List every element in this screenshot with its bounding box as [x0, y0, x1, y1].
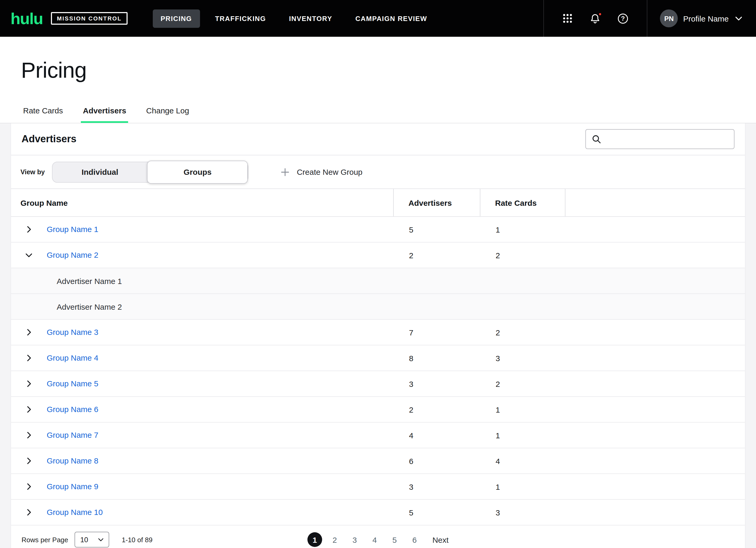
table-row: Group Name 1 5 1: [11, 217, 745, 243]
notifications-bell-icon[interactable]: [589, 12, 601, 24]
expand-chevron-icon[interactable]: [24, 430, 34, 440]
profile-menu[interactable]: PN Profile Name: [647, 0, 756, 37]
group-name-link[interactable]: Group Name 6: [47, 405, 98, 414]
nav-item-pricing[interactable]: PRICING: [153, 9, 200, 28]
tab-change-log[interactable]: Change Log: [144, 103, 191, 123]
page-header: Pricing Rate CardsAdvertisersChange Log: [0, 37, 756, 123]
rate-cards-count: 1: [480, 225, 565, 234]
expand-chevron-icon[interactable]: [24, 379, 34, 388]
expand-chevron-icon[interactable]: [24, 225, 34, 234]
group-name-link[interactable]: Group Name 3: [47, 328, 98, 336]
search-icon: [591, 134, 602, 144]
page-button-2[interactable]: 2: [327, 532, 342, 547]
rate-cards-count: 1: [480, 405, 565, 414]
advertisers-count: 7: [393, 328, 480, 337]
chevron-down-icon: [734, 14, 743, 23]
expand-chevron-icon[interactable]: [24, 482, 34, 491]
advertiser-row: Advertiser Name 1: [11, 268, 745, 294]
column-rate-cards: Rate Cards: [480, 189, 565, 216]
view-toggle-individual[interactable]: Individual: [53, 161, 147, 182]
rate-cards-count: 3: [480, 354, 565, 362]
help-icon[interactable]: ?: [617, 12, 629, 24]
expand-chevron-icon[interactable]: [24, 250, 34, 260]
view-toggle-groups[interactable]: Groups: [147, 160, 248, 183]
page-button-1[interactable]: 1: [307, 532, 322, 547]
page-button-4[interactable]: 4: [367, 532, 382, 547]
tab-rate-cards[interactable]: Rate Cards: [21, 103, 65, 123]
nav-item-trafficking[interactable]: TRAFFICKING: [207, 9, 274, 28]
rate-cards-count: 2: [480, 379, 565, 388]
advertiser-name: Advertiser Name 2: [11, 302, 122, 311]
pagination-range: 1-10 of 89: [122, 536, 153, 544]
top-nav: hulu MISSION CONTROL PRICINGTRAFFICKINGI…: [0, 0, 756, 37]
advertisers-count: 3: [393, 379, 480, 388]
expand-chevron-icon[interactable]: [24, 328, 34, 337]
table-row: Group Name 7 4 1: [11, 423, 745, 448]
group-name-link[interactable]: Group Name 4: [47, 353, 98, 362]
panel-header: Advertisers: [11, 123, 745, 155]
table-footer: Rows per Page 10 1-10 of 89 123456Next: [11, 525, 745, 548]
content-area: Advertisers View by Individual Groups: [0, 123, 756, 548]
create-new-group-label: Create New Group: [297, 167, 363, 176]
page-button-6[interactable]: 6: [407, 532, 422, 547]
hulu-logo: hulu: [11, 10, 43, 27]
advertisers-count: 4: [393, 431, 480, 440]
advertiser-row: Advertiser Name 2: [11, 294, 745, 320]
panel-title: Advertisers: [22, 133, 76, 145]
group-name-link[interactable]: Group Name 7: [47, 430, 98, 439]
advertisers-count: 2: [393, 405, 480, 414]
search-box: [585, 129, 734, 149]
rate-cards-count: 1: [480, 431, 565, 440]
advertisers-count: 6: [393, 456, 480, 465]
table-row: Group Name 10 5 3: [11, 500, 745, 525]
nav-item-campaign-review[interactable]: CAMPAIGN REVIEW: [348, 9, 435, 28]
table-row: Group Name 4 8 3: [11, 345, 745, 371]
tab-advertisers[interactable]: Advertisers: [81, 103, 128, 123]
rows-per-page-label: Rows per Page: [22, 536, 68, 544]
table-row: Group Name 6 2 1: [11, 397, 745, 423]
rate-cards-count: 2: [480, 251, 565, 260]
primary-nav: PRICINGTRAFFICKINGINVENTORYCAMPAIGN REVI…: [153, 0, 435, 37]
view-toggle: Individual Groups: [52, 161, 249, 182]
rows-per-page-select[interactable]: 10: [75, 532, 109, 547]
create-new-group-button[interactable]: Create New Group: [280, 167, 363, 177]
expand-chevron-icon[interactable]: [24, 456, 34, 466]
top-nav-right: ? PN Profile Name: [544, 0, 756, 37]
column-spacer: [565, 189, 745, 216]
table-row: Group Name 9 3 1: [11, 474, 745, 500]
rows-per-page-value: 10: [80, 536, 88, 544]
page-button-3[interactable]: 3: [347, 532, 362, 547]
group-name-link[interactable]: Group Name 10: [47, 508, 103, 517]
app-window: hulu MISSION CONTROL PRICINGTRAFFICKINGI…: [0, 0, 756, 548]
select-chevron-icon: [97, 536, 104, 543]
expand-chevron-icon[interactable]: [24, 405, 34, 414]
advertisers-count: 5: [393, 225, 480, 234]
nav-icon-group: ?: [544, 0, 647, 37]
column-group-name: Group Name: [11, 189, 393, 216]
apps-grid-icon[interactable]: [562, 13, 574, 24]
search-input[interactable]: [606, 135, 729, 143]
group-name-link[interactable]: Group Name 2: [47, 250, 98, 259]
advertisers-count: 3: [393, 482, 480, 491]
plus-icon: [280, 167, 291, 177]
group-name-link[interactable]: Group Name 8: [47, 456, 98, 465]
page-title: Pricing: [21, 58, 735, 83]
group-name-link[interactable]: Group Name 9: [47, 482, 98, 491]
expand-chevron-icon[interactable]: [24, 353, 34, 363]
next-page-button[interactable]: Next: [432, 535, 449, 544]
rate-cards-count: 2: [480, 328, 565, 337]
rate-cards-count: 4: [480, 456, 565, 465]
advertiser-name: Advertiser Name 1: [11, 276, 122, 285]
expand-chevron-icon[interactable]: [24, 508, 34, 517]
group-name-link[interactable]: Group Name 1: [47, 225, 98, 234]
advertisers-count: 8: [393, 354, 480, 362]
group-name-link[interactable]: Group Name 5: [47, 379, 98, 388]
rate-cards-count: 3: [480, 508, 565, 517]
profile-name: Profile Name: [683, 14, 729, 23]
mission-control-badge: MISSION CONTROL: [51, 12, 128, 25]
svg-text:?: ?: [621, 15, 625, 22]
nav-item-inventory[interactable]: INVENTORY: [281, 9, 340, 28]
avatar: PN: [660, 9, 678, 27]
page-button-5[interactable]: 5: [387, 532, 402, 547]
table-row: Group Name 5 3 2: [11, 371, 745, 397]
